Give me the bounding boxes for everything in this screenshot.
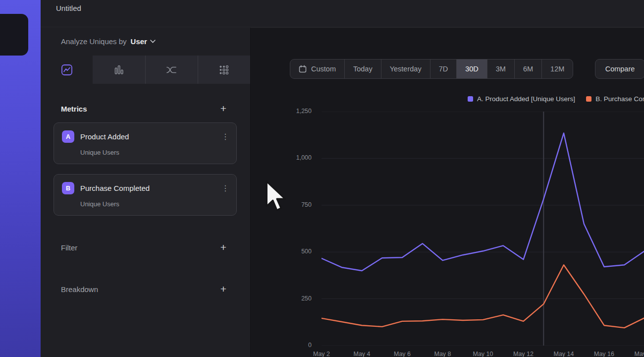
x-tick-label: May 2: [304, 351, 339, 357]
y-tick-label: 250: [280, 295, 312, 302]
range-30d-button[interactable]: 30D: [456, 60, 487, 78]
x-tick-label: May 8: [426, 351, 460, 357]
metric-measure[interactable]: Unique Users: [80, 200, 229, 208]
metric-options-button[interactable]: ⋮: [221, 133, 229, 141]
metric-card-b[interactable]: B Purchase Completed ⋮ Unique Users: [54, 174, 237, 216]
y-tick-label: 1,000: [280, 154, 312, 161]
metric-card-b-top: B Purchase Completed ⋮: [62, 182, 229, 194]
metric-badge-b: B: [62, 182, 74, 194]
range-today-button[interactable]: Today: [344, 60, 381, 78]
metric-card-a-top: A Product Added ⋮: [62, 130, 229, 143]
tab-insights[interactable]: [41, 56, 93, 84]
x-tick-label: May 16: [587, 351, 622, 357]
chart-svg: [322, 112, 644, 346]
legend-item-a[interactable]: A. Product Added [Unique Users]: [468, 95, 575, 103]
top-bar: Untitled: [41, 0, 644, 27]
y-tick-label: 750: [280, 201, 312, 208]
funnels-icon: [113, 64, 125, 76]
filter-title: Filter: [61, 243, 77, 252]
metrics-title: Metrics: [61, 105, 87, 113]
y-tick-label: 500: [280, 248, 312, 255]
tab-flows[interactable]: [145, 56, 198, 84]
query-sidebar: Analyze Uniques by User: [41, 27, 250, 357]
legend-label-b: B. Purchase Completed [Unique Users]: [595, 95, 644, 103]
legend-label-a: A. Product Added [Unique Users]: [477, 95, 575, 103]
series-line-0: [322, 133, 644, 271]
x-tick-label: May 10: [466, 351, 500, 357]
add-metric-button[interactable]: +: [219, 104, 227, 114]
tab-funnels[interactable]: [93, 56, 145, 84]
metric-options-button[interactable]: ⋮: [221, 184, 229, 192]
metric-badge-a: A: [62, 130, 74, 143]
legend-swatch-a: [468, 96, 473, 102]
range-12m-button[interactable]: 12M: [541, 60, 573, 78]
report-title[interactable]: Untitled: [56, 4, 81, 12]
range-6m-button[interactable]: 6M: [514, 60, 541, 78]
breakdown-header: Breakdown +: [61, 284, 227, 294]
metric-event-name[interactable]: Product Added: [80, 132, 129, 141]
chart-panel: Custom Today Yesterday 7D 30D 3M 6M 12M …: [250, 27, 644, 357]
range-yesterday-button[interactable]: Yesterday: [381, 60, 430, 78]
metric-measure[interactable]: Unique Users: [80, 149, 229, 156]
x-tick-label: May 12: [506, 351, 541, 357]
nav-rail-block: [0, 14, 28, 56]
chart-legend: A. Product Added [Unique Users] B. Purch…: [468, 95, 644, 103]
x-tick-label: May 6: [385, 351, 420, 357]
add-filter-button[interactable]: +: [219, 242, 227, 252]
report-type-tabs: [41, 56, 250, 84]
metric-cards: A Product Added ⋮ Unique Users B Purchas…: [54, 122, 237, 216]
analyze-bar: Analyze Uniques by User: [41, 27, 250, 56]
series-line-1: [322, 265, 644, 328]
range-7d-button[interactable]: 7D: [430, 60, 457, 78]
date-range-bar: Custom Today Yesterday 7D 30D 3M 6M 12M: [290, 59, 573, 79]
flows-icon: [165, 64, 177, 76]
nav-rail: [0, 0, 41, 357]
x-tick-label: May 18: [627, 351, 644, 357]
filter-header: Filter +: [61, 242, 227, 252]
y-tick-label: 1,250: [280, 108, 312, 115]
metric-event-name[interactable]: Purchase Completed: [80, 184, 150, 192]
legend-item-b[interactable]: B. Purchase Completed [Unique Users]: [586, 95, 644, 103]
calendar-icon: [299, 65, 307, 73]
range-custom-label: Custom: [311, 65, 336, 73]
range-custom-button[interactable]: Custom: [290, 60, 344, 78]
analyze-entity-value: User: [131, 37, 147, 46]
retention-icon: [218, 64, 230, 76]
insights-icon: [61, 64, 73, 76]
range-3m-button[interactable]: 3M: [487, 60, 514, 78]
x-tick-label: May 4: [345, 351, 379, 357]
x-tick-label: May 14: [546, 351, 581, 357]
breakdown-title: Breakdown: [61, 285, 98, 294]
app-window: Untitled Analyze Uniques by User: [0, 0, 644, 357]
analyze-label: Analyze Uniques by: [61, 37, 127, 46]
chevron-down-icon: [150, 40, 156, 43]
legend-swatch-b: [586, 96, 591, 102]
tab-retention[interactable]: [198, 56, 250, 84]
metric-card-a[interactable]: A Product Added ⋮ Unique Users: [54, 122, 237, 164]
analyze-entity-select[interactable]: User: [131, 37, 156, 46]
metrics-header: Metrics +: [61, 104, 227, 114]
compare-button[interactable]: Compare: [595, 59, 644, 79]
y-tick-label: 0: [280, 342, 312, 349]
add-breakdown-button[interactable]: +: [219, 284, 227, 294]
